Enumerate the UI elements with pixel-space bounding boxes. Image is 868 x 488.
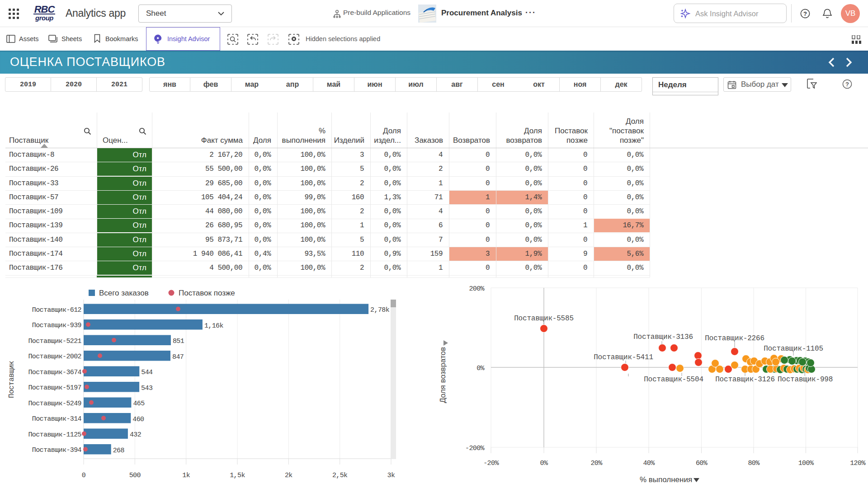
svg-text:20%: 20% <box>590 460 603 467</box>
svg-text:Поставщик-1105: Поставщик-1105 <box>764 345 823 353</box>
svg-text:Поставщик-3126: Поставщик-3126 <box>715 375 775 384</box>
svg-text:1k: 1k <box>182 472 190 479</box>
svg-text:2,5k: 2,5k <box>332 472 348 479</box>
svg-text:460: 460 <box>132 416 144 423</box>
svg-text:851: 851 <box>173 338 184 345</box>
svg-text:Поставщик-5411: Поставщик-5411 <box>594 353 653 361</box>
svg-text:500: 500 <box>129 472 141 479</box>
svg-text:Поставок позже: Поставок позже <box>179 289 235 297</box>
svg-text:40%: 40% <box>643 460 655 467</box>
svg-text:Поставщик-5197: Поставщик-5197 <box>28 384 81 392</box>
svg-text:% выполнения: % выполнения <box>640 475 692 484</box>
svg-text:Поставщик-5585: Поставщик-5585 <box>514 314 574 323</box>
svg-text:3k: 3k <box>387 472 395 479</box>
svg-text:1,16k: 1,16k <box>204 322 224 330</box>
svg-text:0%: 0% <box>476 365 485 372</box>
svg-text:268: 268 <box>113 447 125 455</box>
svg-text:?: ? <box>803 10 807 17</box>
svg-text:Поставщик-998: Поставщик-998 <box>778 375 833 384</box>
svg-text:-20%: -20% <box>483 460 499 467</box>
svg-text:544: 544 <box>141 369 153 376</box>
svg-text:Поставщик-314: Поставщик-314 <box>32 415 82 423</box>
svg-text:Поставщик-2266: Поставщик-2266 <box>705 334 764 343</box>
svg-text:Поставщик-5221: Поставщик-5221 <box>28 338 81 345</box>
svg-text:100%: 100% <box>798 460 814 467</box>
svg-text:2k: 2k <box>285 472 292 479</box>
svg-text:Поставщик-939: Поставщик-939 <box>32 322 81 329</box>
svg-text:-200%: -200% <box>465 445 485 452</box>
svg-text:120%: 120% <box>850 460 866 467</box>
svg-text:0: 0 <box>82 472 86 479</box>
svg-text:543: 543 <box>141 385 153 392</box>
svg-text:Всего заказов: Всего заказов <box>99 289 149 297</box>
svg-text:Поставщик: Поставщик <box>8 361 16 398</box>
svg-text:Поставщик-612: Поставщик-612 <box>32 306 81 314</box>
svg-text:Доля возвратов: Доля возвратов <box>439 347 447 403</box>
svg-text:465: 465 <box>133 400 145 408</box>
svg-text:1,5k: 1,5k <box>230 472 245 479</box>
svg-text:Поставщик-3674: Поставщик-3674 <box>28 369 81 376</box>
svg-text:Поставщик-5504: Поставщик-5504 <box>644 375 703 384</box>
svg-text:2,78k: 2,78k <box>370 306 390 314</box>
svg-text:80%: 80% <box>748 460 760 467</box>
svg-text:432: 432 <box>130 431 141 439</box>
svg-text:?: ? <box>845 81 849 88</box>
svg-text:Поставщик-5249: Поставщик-5249 <box>28 400 81 408</box>
svg-text:Поставщик-3136: Поставщик-3136 <box>633 333 693 341</box>
svg-text:0%: 0% <box>540 460 548 467</box>
svg-text:60%: 60% <box>696 460 708 467</box>
svg-text:Поставщик-2002: Поставщик-2002 <box>28 353 81 361</box>
svg-text:200%: 200% <box>469 285 485 293</box>
svg-text:Поставщик-394: Поставщик-394 <box>32 446 82 454</box>
svg-text:847: 847 <box>172 353 184 361</box>
svg-text:Поставщик-1125: Поставщик-1125 <box>28 431 81 439</box>
